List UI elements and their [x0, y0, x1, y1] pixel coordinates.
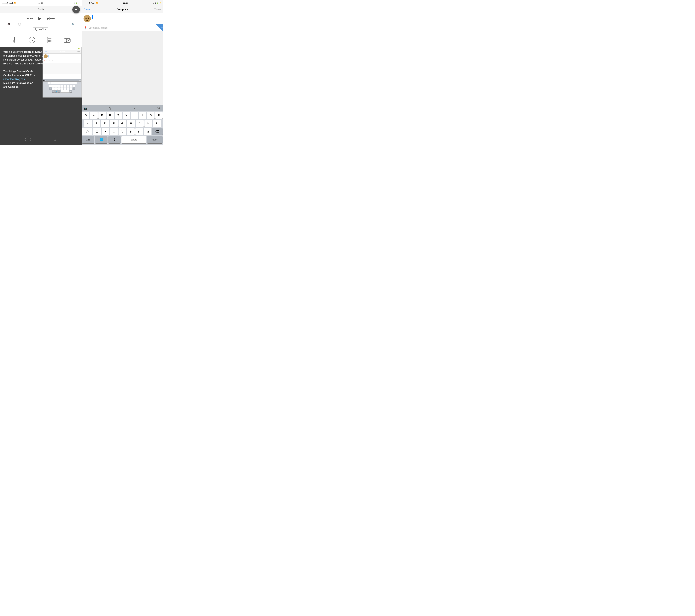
key-z[interactable]: Z: [93, 128, 101, 135]
shift-key[interactable]: [82, 128, 92, 135]
fab-button[interactable]: +: [72, 6, 80, 13]
home-button[interactable]: [25, 136, 31, 143]
mini-key-g[interactable]: G: [61, 85, 64, 87]
mini-key-v[interactable]: V: [61, 87, 64, 90]
key-return[interactable]: return: [147, 136, 163, 144]
camera-icon-button[interactable]: [63, 35, 72, 45]
battery-right: 🔋: [157, 2, 159, 4]
key-space[interactable]: space: [121, 136, 147, 144]
location-arrow-right: ↗: [153, 2, 154, 4]
volume-slider[interactable]: [11, 24, 70, 24]
embedded-time: 02:01: [63, 48, 65, 49]
mini-key-mic[interactable]: 🎤: [58, 90, 61, 93]
mini-key-u[interactable]: U: [65, 82, 68, 84]
mini-key-s[interactable]: S: [52, 85, 55, 87]
mini-key-n[interactable]: N: [67, 87, 69, 90]
flashlight-icon-button[interactable]: [10, 35, 19, 45]
mini-key-w[interactable]: W: [50, 82, 53, 84]
key-f[interactable]: F: [110, 120, 118, 127]
mini-key-space[interactable]: space: [61, 90, 69, 93]
key-globe[interactable]: 🌐: [95, 136, 107, 144]
mini-key-d[interactable]: D: [55, 85, 57, 87]
airplay-icon: [35, 28, 38, 31]
location-bar[interactable]: 📍 Location Disabled 1: [82, 24, 163, 31]
fast-forward-button[interactable]: ▶▶⏭: [47, 17, 55, 20]
key-j[interactable]: J: [136, 120, 143, 127]
hash-tool-icon[interactable]: #: [134, 106, 135, 110]
key-b[interactable]: B: [127, 128, 135, 135]
airplay-button[interactable]: AirPlay: [33, 27, 48, 31]
at-tool-icon[interactable]: @: [109, 106, 112, 110]
embedded-screenshot: ●●○○○ T-Mobile ≋ 02:01 ↗ ✱ 🔋⚡ Close Comp…: [43, 47, 82, 98]
key-l[interactable]: L: [153, 120, 161, 127]
key-a[interactable]: A: [84, 120, 92, 127]
key-o[interactable]: O: [147, 112, 154, 119]
mini-key-globe[interactable]: 🌐: [55, 90, 57, 93]
rewind-button[interactable]: ⏮◀◀: [27, 17, 33, 20]
key-d[interactable]: D: [101, 120, 109, 127]
key-123[interactable]: 123: [82, 136, 95, 144]
mini-key-b[interactable]: B: [64, 87, 66, 90]
mini-key-123[interactable]: 123: [52, 90, 55, 93]
mini-key-a[interactable]: A: [49, 85, 52, 87]
key-w[interactable]: W: [90, 112, 98, 119]
bluetooth-right: ✱: [155, 2, 156, 4]
carrier-right: ●●○○○ T-Mobile 📶: [84, 2, 98, 4]
idownloadblog-link[interactable]: iDownloadBlog.com: [3, 78, 26, 81]
mini-key-p[interactable]: P: [74, 82, 77, 84]
clock-icon-button[interactable]: [28, 35, 36, 45]
key-mic[interactable]: 🎙: [108, 136, 121, 144]
key-n[interactable]: N: [135, 128, 143, 135]
key-s[interactable]: S: [92, 120, 100, 127]
mini-key-i[interactable]: I: [68, 82, 71, 84]
mini-key-j[interactable]: J: [67, 85, 69, 87]
favorites-button[interactable]: ☆: [53, 137, 57, 142]
mini-key-shift[interactable]: ⬆: [49, 87, 52, 90]
mini-key-t[interactable]: T: [59, 82, 62, 84]
mini-key-f[interactable]: F: [58, 85, 61, 87]
play-button[interactable]: ▶: [38, 16, 41, 21]
embedded-close[interactable]: Close: [44, 51, 47, 53]
key-i[interactable]: I: [139, 112, 146, 119]
embedded-location-pin: 📍: [44, 60, 46, 62]
tweet-button[interactable]: Tweet: [154, 8, 161, 11]
key-k[interactable]: K: [145, 120, 152, 127]
key-row-3: Z X C V B N M ⌫: [82, 128, 163, 135]
volume-thumb[interactable]: [18, 23, 21, 26]
embedded-compose-area: [43, 63, 82, 74]
camera-tool-icon[interactable]: 📷: [84, 106, 87, 110]
key-q[interactable]: Q: [82, 112, 89, 119]
key-m[interactable]: M: [144, 128, 151, 135]
key-p[interactable]: P: [155, 112, 163, 119]
delete-key[interactable]: ⌫: [152, 128, 163, 135]
mini-key-return[interactable]: return: [69, 90, 72, 93]
key-h[interactable]: H: [127, 120, 135, 127]
mini-key-q[interactable]: Q: [48, 82, 50, 84]
mini-key-o[interactable]: O: [71, 82, 74, 84]
mini-key-h[interactable]: H: [64, 85, 66, 87]
mini-key-y[interactable]: Y: [62, 82, 65, 84]
mini-key-e[interactable]: E: [53, 82, 56, 84]
key-v[interactable]: V: [119, 128, 126, 135]
mini-key-m[interactable]: M: [70, 87, 72, 90]
mini-key-z[interactable]: Z: [52, 87, 55, 90]
key-y[interactable]: Y: [123, 112, 130, 119]
mini-key-l[interactable]: L: [72, 85, 75, 87]
embedded-tweet[interactable]: Tweet: [77, 51, 80, 53]
key-u[interactable]: U: [131, 112, 138, 119]
close-button[interactable]: Close: [84, 8, 90, 11]
mini-key-x[interactable]: X: [55, 87, 57, 90]
key-g[interactable]: G: [119, 120, 126, 127]
key-r[interactable]: R: [106, 112, 114, 119]
key-x[interactable]: X: [102, 128, 109, 135]
key-t[interactable]: T: [115, 112, 122, 119]
mini-key-r[interactable]: R: [56, 82, 59, 84]
key-e[interactable]: E: [99, 112, 106, 119]
mini-key-c[interactable]: C: [58, 87, 61, 90]
mini-key-row-2: A S D F G H J K L: [43, 84, 82, 87]
compose-text-area[interactable]: [82, 31, 163, 105]
mini-key-delete[interactable]: ⌫: [72, 87, 75, 90]
mini-key-k[interactable]: K: [70, 85, 72, 87]
calculator-icon-button[interactable]: [45, 35, 54, 45]
key-c[interactable]: C: [110, 128, 118, 135]
